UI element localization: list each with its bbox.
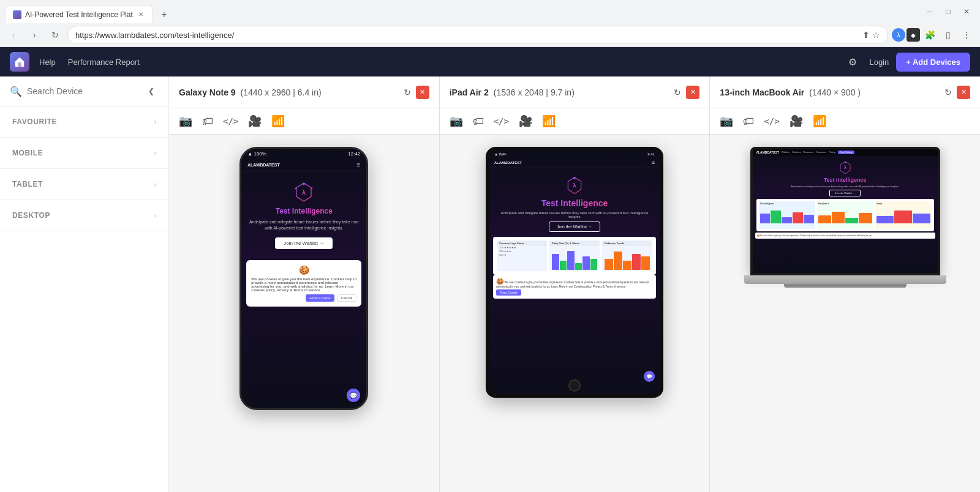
login-button[interactable]: Login: [869, 58, 889, 67]
wifi-icon-galaxy[interactable]: 📶: [271, 114, 285, 128]
laptop-mockup-macbook: ΛLAMBDATEST Platform Solutions Resources…: [741, 147, 949, 288]
video-icon-macbook[interactable]: 🎥: [790, 114, 803, 128]
app-nav: Help Performance Report: [39, 55, 834, 69]
close-device-galaxy[interactable]: ✕: [416, 86, 429, 99]
sidebar-item-favourite[interactable]: FAVOURITE ›: [0, 106, 168, 138]
lt-ext-icon[interactable]: λ: [892, 28, 905, 42]
code-icon-ipad[interactable]: </>: [494, 116, 509, 126]
wifi-icon-macbook[interactable]: 📶: [813, 114, 826, 128]
camera-icon-macbook[interactable]: 📷: [720, 114, 733, 128]
video-icon-galaxy[interactable]: 🎥: [248, 114, 262, 128]
laptop-app-bar: ΛLAMBDATEST Platform Solutions Resources…: [753, 149, 938, 155]
tablet-arrow-icon: ›: [154, 181, 156, 188]
mini-bars-1: [549, 246, 600, 271]
favourite-arrow-icon: ›: [154, 119, 156, 125]
device-panel-galaxy-note-9: Galaxy Note 9 (1440 x 2960 | 6.4 in) ↻ ✕…: [169, 76, 440, 492]
home-icon: [13, 56, 26, 68]
phone-chat-icon[interactable]: 💬: [347, 389, 360, 402]
wifi-icon-ipad[interactable]: 📶: [542, 114, 556, 128]
rotate-icon-galaxy[interactable]: ↻: [404, 88, 411, 97]
sidebar-item-mobile[interactable]: MOBILE ›: [0, 138, 168, 169]
content-area: Galaxy Note 9 (1440 x 2960 | 6.4 in) ↻ ✕…: [169, 76, 980, 492]
close-device-macbook[interactable]: ✕: [957, 86, 970, 99]
tag-icon-macbook[interactable]: 🏷: [743, 115, 754, 128]
sidebar-toggle-icon[interactable]: ▯: [940, 26, 957, 43]
settings-button[interactable]: ⚙: [843, 53, 862, 71]
sidebar-item-tablet[interactable]: TABLET ›: [0, 169, 168, 200]
device-screen-galaxy: ▲ 100% 12:42 ΛLAMBDATEST ≡: [169, 135, 439, 492]
tag-icon-ipad[interactable]: 🏷: [473, 115, 484, 128]
device-screen-ipad: ▲ WiFi 9:41 ΛLAMBDATEST ≡: [440, 135, 710, 492]
mini-chart-1: Common Logs Status 71% ★★★★★ 33% ★★★ 12%…: [497, 240, 547, 271]
tablet-cta-button[interactable]: Join the Waitlist →: [549, 222, 600, 232]
active-tab[interactable]: AI-Powered Test Intelligence Plat ✕: [5, 5, 153, 23]
back-button[interactable]: ‹: [5, 26, 22, 43]
device-name-macbook: 13-inch MacBook Air: [720, 88, 804, 97]
tablet-status-bar: ▲ WiFi 9:41: [489, 151, 660, 158]
new-tab-button[interactable]: +: [156, 6, 173, 23]
device-specs-macbook: (1440 × 900 ): [809, 88, 861, 97]
dark-ext-icon[interactable]: ◆: [907, 28, 920, 42]
device-panel-ipad-air-2: iPad Air 2 (1536 x 2048 | 9.7 in) ↻ ✕ 📷 …: [440, 76, 710, 492]
close-device-ipad[interactable]: ✕: [686, 86, 699, 99]
laptop-foot-wrapper: [784, 284, 907, 288]
sidebar-item-desktop[interactable]: DESKTOP ›: [0, 200, 168, 231]
phone-cookie-banner: 🍪 We use cookies to give you the best ex…: [246, 260, 361, 307]
app-logo[interactable]: [10, 52, 29, 72]
performance-report-nav-item[interactable]: Performance Report: [68, 55, 140, 69]
tab-close-button[interactable]: ✕: [137, 10, 145, 19]
tablet-home-button[interactable]: [568, 379, 581, 392]
laptop-start-testing-btn[interactable]: Start Testing: [838, 151, 854, 154]
device-header-galaxy-note-9: Galaxy Note 9 (1440 x 2960 | 6.4 in) ↻ ✕: [169, 76, 439, 108]
chart-header-2: Flaky Rate (%) ▼ Matrix: [549, 240, 600, 246]
laptop-title: Test Intelligence: [824, 177, 867, 183]
rotate-icon-ipad[interactable]: ↻: [674, 88, 681, 97]
tablet-allow-cookie[interactable]: Allow Cookie: [496, 289, 521, 296]
reload-button[interactable]: ↻: [47, 26, 64, 43]
phone-mockup-galaxy: ▲ 100% 12:42 ΛLAMBDATEST ≡: [239, 147, 368, 410]
address-bar[interactable]: https://www.lambdatest.com/test-intellig…: [67, 26, 888, 44]
url-text: https://www.lambdatest.com/test-intellig…: [75, 31, 858, 40]
phone-lambdatest-logo: ΛLAMBDATEST: [247, 163, 279, 167]
desktop-label: DESKTOP: [12, 211, 50, 220]
camera-icon-ipad[interactable]: 📷: [450, 114, 463, 128]
tablet-lt-logo: λ: [565, 176, 584, 195]
add-devices-button[interactable]: + Add Devices: [896, 53, 970, 72]
bookmark-icon[interactable]: ☆: [872, 30, 880, 40]
allow-cookie-button[interactable]: Allow Cookie: [306, 294, 334, 302]
svg-point-8: [573, 177, 575, 179]
tag-icon-galaxy[interactable]: 🏷: [202, 115, 213, 128]
laptop-nav-2: Solutions: [792, 151, 801, 154]
code-icon-macbook[interactable]: </>: [764, 116, 779, 126]
share-icon[interactable]: ⬆: [862, 30, 870, 40]
laptop-cta-button[interactable]: Join the Waitlist →: [829, 190, 861, 196]
forward-button[interactable]: ›: [26, 26, 43, 43]
phone-cta-button[interactable]: Join the Waitlist →: [275, 237, 333, 249]
tablet-chat-icon[interactable]: 💬: [644, 371, 655, 382]
sidebar-collapse-button[interactable]: ❮: [144, 84, 159, 99]
svg-point-11: [844, 162, 845, 163]
maximize-button[interactable]: □: [940, 3, 957, 20]
search-device-input[interactable]: [27, 86, 139, 96]
search-device-box: 🔍 ❮: [0, 76, 168, 106]
mobile-label: MOBILE: [12, 149, 43, 157]
camera-icon-galaxy[interactable]: 📷: [179, 114, 192, 128]
sidebar-nav: FAVOURITE › MOBILE › TABLET › DESKTOP ›: [0, 106, 168, 492]
device-header-macbook: 13-inch MacBook Air (1440 × 900 ) ↻ ✕: [710, 76, 980, 108]
more-options-icon[interactable]: ⋮: [958, 26, 975, 43]
laptop-hero: λ Test Intelligence Anticipate and mitig…: [753, 155, 938, 199]
rotate-icon-macbook[interactable]: ↻: [944, 88, 952, 97]
device-header-icons-macbook: ↻ ✕: [944, 86, 970, 99]
video-icon-ipad[interactable]: 🎥: [519, 114, 532, 128]
tablet-navbar: ΛLAMBDATEST ≡: [489, 158, 660, 168]
help-nav-item[interactable]: Help: [39, 55, 56, 69]
phone-status-bar: ▲ 100% 12:42: [241, 149, 366, 159]
minimize-button[interactable]: ─: [921, 3, 938, 20]
device-specs-galaxy: (1440 x 2960 | 6.4 in): [241, 88, 322, 97]
code-icon-galaxy[interactable]: </>: [223, 116, 238, 126]
puzzle-icon[interactable]: 🧩: [921, 26, 938, 43]
close-window-button[interactable]: ✕: [958, 3, 975, 20]
device-header-ipad: iPad Air 2 (1536 x 2048 | 9.7 in) ↻ ✕: [440, 76, 710, 108]
cancel-cookie-button[interactable]: Cancel: [337, 294, 357, 302]
laptop-dashboard: Test Intelligence: [756, 199, 934, 231]
